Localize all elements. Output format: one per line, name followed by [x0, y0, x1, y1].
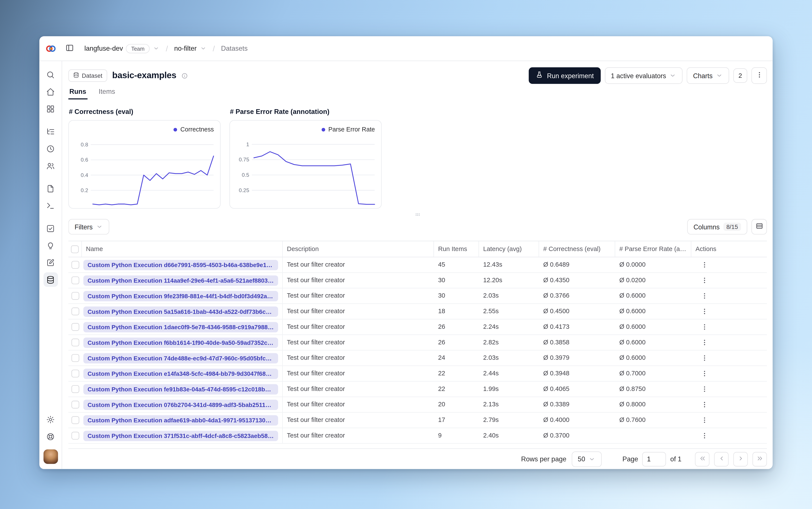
actions-cell: [691, 366, 767, 381]
column-header[interactable]: # Correctness (eval): [539, 241, 615, 257]
sidebar-item-database[interactable]: [43, 272, 58, 287]
sidebar-item-lightbulb[interactable]: [43, 238, 58, 253]
last-page-button[interactable]: [752, 452, 767, 466]
run-name-link[interactable]: Custom Python Execution fe91b83e-04a5-47…: [83, 384, 278, 394]
sidebar-item-list-tree[interactable]: [43, 124, 58, 139]
row-checkbox[interactable]: [71, 261, 79, 269]
run-items-cell: 17: [434, 413, 479, 428]
run-name-cell: Custom Python Execution 9fe23f98-881e-44…: [82, 288, 283, 303]
row-checkbox[interactable]: [71, 308, 79, 315]
next-page-button[interactable]: [733, 452, 748, 466]
resize-handle[interactable]: [414, 211, 421, 218]
tab-runs[interactable]: Runs: [68, 88, 87, 99]
row-actions-button[interactable]: [699, 399, 710, 410]
column-header[interactable]: Actions: [691, 241, 767, 257]
columns-button[interactable]: Columns 8/15: [687, 219, 747, 235]
row-actions-button[interactable]: [699, 337, 710, 348]
run-name-link[interactable]: Custom Python Execution 1daec0f9-5e78-43…: [83, 322, 278, 332]
description-cell: Test our filter creator: [283, 382, 434, 397]
sidebar-item-search[interactable]: [43, 67, 58, 82]
tab-items[interactable]: Items: [98, 88, 116, 99]
sidebar-item-square-pen[interactable]: [43, 255, 58, 270]
run-name-link[interactable]: Custom Python Execution f6bb1614-1f90-40…: [83, 337, 278, 348]
description-cell: Test our filter creator: [283, 428, 434, 443]
sidebar-item-file-text[interactable]: [43, 181, 58, 196]
row-actions-button[interactable]: [699, 368, 710, 379]
row-checkbox[interactable]: [71, 339, 79, 346]
column-header[interactable]: Run Items: [434, 241, 479, 257]
breadcrumb-env[interactable]: no-filter: [174, 45, 197, 53]
terminal-icon: [46, 201, 55, 210]
run-name-link[interactable]: Custom Python Execution e14fa348-5cfc-49…: [83, 368, 278, 379]
chart-title: # Correctness (eval): [69, 108, 221, 115]
sidebar-item-layout-grid[interactable]: [43, 101, 58, 116]
run-name-link[interactable]: Custom Python Execution 371f531c-abff-4d…: [83, 431, 278, 441]
row-actions-button[interactable]: [699, 306, 710, 317]
filters-button[interactable]: Filters: [68, 219, 109, 235]
run-name-link[interactable]: Custom Python Execution 114aa9ef-29e6-4e…: [83, 275, 278, 285]
row-select-cell: [68, 366, 82, 381]
first-page-button[interactable]: [695, 452, 710, 466]
page-input[interactable]: [642, 452, 666, 466]
row-actions-button[interactable]: [699, 321, 710, 333]
sidebar-item-users[interactable]: [43, 158, 58, 173]
run-items-cell: 20: [434, 397, 479, 412]
rows-per-page-select[interactable]: 50: [572, 451, 602, 467]
run-experiment-button[interactable]: Run experiment: [529, 67, 601, 84]
sidebar-item-settings[interactable]: [43, 412, 58, 427]
user-avatar[interactable]: [43, 449, 58, 464]
sidebar-item-terminal[interactable]: [43, 198, 58, 213]
more-actions-button[interactable]: [751, 67, 767, 84]
row-checkbox[interactable]: [71, 292, 79, 300]
row-actions-button[interactable]: [699, 414, 710, 426]
run-name-link[interactable]: Custom Python Execution 5a15a616-1bab-44…: [83, 306, 278, 317]
row-actions-button[interactable]: [699, 352, 710, 364]
chart-card-0: 0.20.40.60.8 Correctness: [68, 120, 221, 209]
row-actions-button[interactable]: [699, 259, 710, 271]
page-header: Dataset basic-examples Run experiment 1 …: [68, 67, 767, 84]
table-row: Custom Python Execution 114aa9ef-29e6-4e…: [68, 273, 767, 289]
square-pen-icon: [46, 258, 55, 267]
table-row: Custom Python Execution e14fa348-5cfc-49…: [68, 366, 767, 382]
correctness-cell: Ø 0.3858: [539, 335, 615, 350]
row-checkbox[interactable]: [71, 401, 79, 408]
column-header[interactable]: Latency (avg): [479, 241, 539, 257]
row-checkbox[interactable]: [71, 354, 79, 362]
row-checkbox[interactable]: [71, 432, 79, 440]
row-actions-button[interactable]: [699, 430, 710, 441]
breadcrumb-project[interactable]: langfuse-dev: [84, 45, 123, 53]
row-select-cell: [68, 428, 82, 443]
run-name-link[interactable]: Custom Python Execution 076b2704-341d-48…: [83, 399, 278, 410]
row-height-button[interactable]: [751, 219, 767, 235]
row-actions-button[interactable]: [699, 275, 710, 286]
charts-dropdown[interactable]: Charts: [687, 67, 729, 84]
select-all-checkbox[interactable]: [71, 245, 79, 253]
sidebar-item-square-check[interactable]: [43, 221, 58, 236]
correctness-cell: Ø 0.3948: [539, 366, 615, 381]
run-name-link[interactable]: Custom Python Execution 9fe23f98-881e-44…: [83, 291, 278, 301]
row-checkbox[interactable]: [71, 370, 79, 377]
breadcrumb-page[interactable]: Datasets: [221, 45, 248, 53]
sidebar-item-clock[interactable]: [43, 141, 58, 156]
row-actions-button[interactable]: [699, 290, 710, 302]
sidebar-toggle-button[interactable]: [62, 41, 77, 56]
previous-page-button[interactable]: [714, 452, 729, 466]
row-actions-button[interactable]: [699, 383, 710, 395]
row-checkbox[interactable]: [71, 276, 79, 284]
sidebar-item-home[interactable]: [43, 84, 58, 99]
column-header[interactable]: Description: [283, 241, 434, 257]
evaluators-dropdown[interactable]: 1 active evaluators: [605, 67, 683, 84]
row-select-cell: [68, 350, 82, 365]
row-checkbox[interactable]: [71, 323, 79, 331]
column-header[interactable]: Name: [82, 241, 283, 257]
correctness-cell: Ø 0.4065: [539, 382, 615, 397]
run-name-link[interactable]: Custom Python Execution adfae619-abb0-4d…: [83, 415, 278, 426]
run-name-link[interactable]: Custom Python Execution d66e7991-8595-45…: [83, 260, 278, 270]
row-checkbox[interactable]: [71, 416, 79, 424]
sidebar-item-life-buoy[interactable]: [43, 429, 58, 444]
legend-label: Parse Error Rate: [328, 126, 375, 133]
row-checkbox[interactable]: [71, 385, 79, 393]
run-name-link[interactable]: Custom Python Execution 74de488e-ec9d-47…: [83, 353, 278, 363]
column-header[interactable]: # Parse Error Rate (an...: [615, 241, 691, 257]
chevrons-left-icon: [698, 454, 706, 462]
